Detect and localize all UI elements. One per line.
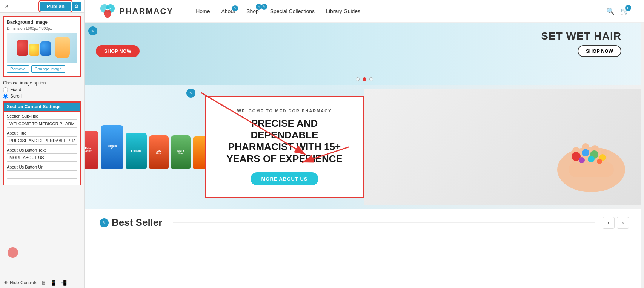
eye-icon: 👁	[4, 280, 8, 285]
panel-header: × Publish ⚙	[0, 0, 84, 13]
svg-point-10	[582, 149, 589, 156]
image-preview	[7, 33, 77, 63]
best-seller-title: Best Seller	[112, 217, 162, 228]
fixed-radio-row: Fixed	[3, 87, 81, 92]
bg-image-label: Background Image	[7, 20, 77, 25]
bottle-pain-relief: PainRelief	[85, 131, 98, 169]
logo-text: PHARMACY	[119, 6, 173, 16]
slide-dot-3[interactable]	[369, 77, 373, 81]
image-btn-row: Remove Change image	[7, 65, 77, 73]
about-btn[interactable]: MORE ABOUT US	[251, 172, 318, 185]
nav-special[interactable]: Special Collections	[270, 8, 315, 14]
best-seller-header: ✎ Best Seller ‹ ›	[100, 217, 629, 229]
about-title: PRECISE AND DEPENDABLE PHARMACIST WITH 1…	[220, 118, 349, 165]
button-text-label: About Us Button Text	[7, 148, 77, 152]
product-bottles: PainRelief VitaminC Immune Daytime Night…	[85, 125, 212, 169]
fixed-radio[interactable]	[3, 87, 8, 92]
seller-next-btn[interactable]: ›	[617, 217, 629, 229]
hero-shop-now-left[interactable]: SHOP NOW	[96, 45, 140, 57]
hand-pills-svg	[516, 94, 629, 200]
nav-special-wrapper: Special Collections	[270, 8, 315, 14]
nav-home[interactable]: Home	[196, 8, 210, 14]
tablet-icon[interactable]: 📱	[50, 280, 57, 286]
seller-prev-btn[interactable]: ‹	[603, 217, 615, 229]
seller-nav: ‹ ›	[603, 217, 629, 229]
svg-point-15	[597, 159, 602, 164]
bottle-daytime: Daytime	[149, 135, 169, 169]
close-button[interactable]: ×	[3, 3, 11, 10]
panel-footer: 👁 Hide Controls 🖥 📱 📲	[0, 277, 84, 288]
about-edit-pencil: ✎	[232, 5, 238, 11]
search-button[interactable]: 🔍	[606, 7, 615, 15]
about-text-box: WELCOME TO MEDICOR PHARMACY PRECISE AND …	[205, 96, 364, 198]
scrollbar-track	[641, 0, 644, 288]
slide-dots	[356, 77, 373, 81]
hero-right-content: SET WET HAIR SHOP NOW	[541, 30, 621, 57]
logo-icon	[100, 3, 115, 19]
about-title-label: About Title	[7, 131, 77, 135]
button-url-label: About Us Button Url	[7, 165, 77, 169]
slide-dot-1[interactable]	[356, 77, 360, 81]
button-url-input[interactable]	[7, 170, 77, 179]
choose-image-label: Choose image option	[3, 80, 81, 86]
slide-dot-2[interactable]	[363, 77, 366, 81]
section-content-box: Section Content Settings Section Sub-Tit…	[3, 102, 81, 185]
hero-title: SET WET HAIR	[541, 30, 621, 42]
nav-icons: 🔍 🛒 0	[606, 7, 629, 15]
section-content-header: Section Content Settings	[4, 103, 80, 111]
nav-about-wrapper: About ✎	[221, 8, 235, 14]
publish-button[interactable]: Publish	[40, 2, 71, 11]
scroll-label: Scroll	[10, 93, 22, 99]
bg-image-section: Background Image Dimension 1600px * 800p…	[3, 16, 81, 77]
scroll-radio[interactable]	[3, 94, 8, 99]
bottle-vitamin-c: VitaminC	[101, 125, 123, 169]
shop-edit-pencil2: ✎	[261, 4, 267, 10]
cart-button[interactable]: 🛒 0	[621, 7, 629, 15]
red-dot-annotation	[8, 247, 18, 258]
subtitle-label: Section Sub-Title	[7, 114, 77, 118]
about-section: ✎ PainRelief VitaminC Immune Daytime Nig…	[85, 85, 644, 209]
about-title-input[interactable]	[7, 136, 77, 145]
best-seller-left: ✎ Best Seller	[100, 217, 603, 228]
cart-badge: 0	[625, 5, 631, 11]
svg-point-13	[579, 157, 585, 163]
change-image-button[interactable]: Change image	[31, 65, 65, 73]
image-option-section: Choose image option Fixed Scroll	[3, 80, 81, 99]
subtitle-input[interactable]	[7, 119, 77, 128]
bg-dimension-text: Dimension 1600px * 800px	[7, 26, 77, 31]
hero-shop-btn[interactable]: SHOP NOW	[578, 45, 621, 57]
svg-point-14	[588, 156, 595, 162]
mobile-icon[interactable]: 📲	[60, 280, 67, 286]
about-subtitle: WELCOME TO MEDICOR PHARMACY	[220, 109, 349, 113]
svg-point-2	[104, 9, 111, 18]
slider-edit-button[interactable]: ✎	[88, 26, 97, 35]
title-divider	[173, 222, 595, 223]
hide-controls-label: Hide Controls	[10, 280, 37, 285]
main-content: PHARMACY Home About ✎ Shop ✎ ✎ Special C…	[85, 0, 644, 288]
about-hand-section	[364, 89, 644, 205]
panel-scroll-area: Background Image Dimension 1600px * 800p…	[0, 13, 84, 277]
scroll-radio-row: Scroll	[3, 93, 81, 99]
hero-slider: ✎ SHOP NOW SET WET HAIR SHOP NOW	[85, 23, 644, 85]
hide-controls-area[interactable]: 👁 Hide Controls	[4, 280, 37, 285]
desktop-icon[interactable]: 🖥	[41, 280, 46, 286]
button-text-input[interactable]	[7, 153, 77, 162]
bottle-immune: Immune	[126, 133, 147, 169]
about-products: PainRelief VitaminC Immune Daytime Night…	[85, 89, 205, 205]
nav-shop-wrapper: Shop ✎ ✎	[246, 8, 259, 14]
remove-image-button[interactable]: Remove	[7, 65, 29, 73]
nav-library[interactable]: Library Guides	[326, 8, 360, 14]
hero-left-btn-area: SHOP NOW	[96, 45, 140, 57]
top-nav: PHARMACY Home About ✎ Shop ✎ ✎ Special C…	[85, 0, 644, 23]
left-panel: × Publish ⚙ Background Image Dimension 1…	[0, 0, 85, 288]
gear-button[interactable]: ⚙	[72, 2, 81, 11]
best-seller-icon: ✎	[100, 218, 109, 227]
logo-area: PHARMACY	[100, 3, 173, 19]
about-edit-button[interactable]: ✎	[186, 89, 195, 98]
bottle-nighttime: Nighttime	[171, 135, 191, 169]
nav-links: Home About ✎ Shop ✎ ✎ Special Collection…	[196, 8, 606, 14]
best-seller-section: ✎ Best Seller ‹ ›	[85, 209, 644, 240]
fixed-label: Fixed	[10, 87, 21, 92]
